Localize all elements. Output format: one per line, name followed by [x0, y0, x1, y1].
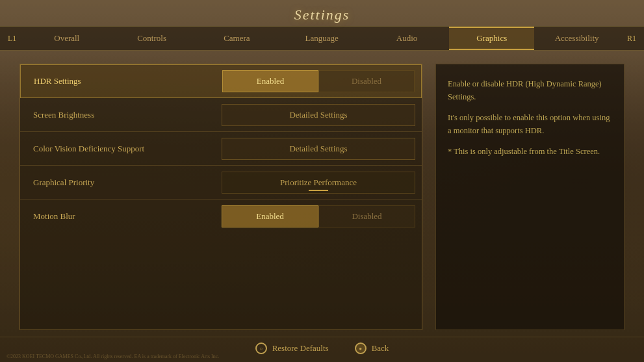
tab-controls[interactable]: Controls	[109, 27, 194, 50]
color-vision-label: Color Vision Deficiency Support	[20, 137, 215, 161]
graphical-priority-control: Prioritize Performance	[215, 166, 422, 199]
brightness-label: Screen Brightness	[20, 103, 215, 127]
motion-blur-disabled-btn[interactable]: Disabled	[318, 205, 415, 227]
color-vision-control: Detailed Settings	[215, 133, 422, 165]
copyright: ©2023 KOEI TECMO GAMES Co.,Ltd. All righ…	[6, 354, 219, 359]
motion-blur-enabled-btn[interactable]: Enabled	[222, 205, 318, 227]
setting-row-color-vision: Color Vision Deficiency Support Detailed…	[20, 132, 422, 166]
r1-trigger[interactable]: R1	[619, 27, 644, 50]
info-text-3: * This is only adjustable from the Title…	[448, 145, 612, 158]
r1-label: R1	[627, 34, 636, 44]
hdr-enabled-btn[interactable]: Enabled	[222, 70, 318, 92]
setting-row-graphical-priority: Graphical Priority Prioritize Performanc…	[20, 166, 422, 200]
info-text-1: Enable or disable HDR (High Dynamic Rang…	[448, 77, 612, 103]
main-container: Settings L1 Overall Controls Camera Lang…	[0, 0, 644, 362]
restore-defaults-label: Restore Defaults	[272, 343, 329, 354]
hdr-label: HDR Settings	[21, 70, 216, 93]
content-area: HDR Settings Enabled Disabled Screen Bri…	[0, 51, 644, 337]
graphical-priority-label: Graphical Priority	[20, 171, 215, 194]
l1-label: L1	[8, 34, 16, 44]
settings-panel: HDR Settings Enabled Disabled Screen Bri…	[19, 64, 422, 330]
hdr-toggle-group: Enabled Disabled	[222, 70, 415, 92]
info-panel: Enable or disable HDR (High Dynamic Rang…	[435, 64, 625, 330]
motion-blur-toggle-group: Enabled Disabled	[222, 205, 415, 227]
page-title: Settings	[294, 6, 350, 23]
title-bar: Settings	[0, 0, 644, 26]
back-label: Back	[372, 343, 389, 354]
back-icon: ●	[355, 343, 367, 354]
brightness-detail-btn[interactable]: Detailed Settings	[222, 104, 415, 126]
tab-camera[interactable]: Camera	[194, 27, 279, 50]
tab-overall[interactable]: Overall	[24, 27, 109, 50]
l1-trigger[interactable]: L1	[0, 27, 24, 50]
tab-accessibility[interactable]: Accessibility	[534, 27, 619, 50]
tab-audio[interactable]: Audio	[365, 27, 450, 50]
motion-blur-control: Enabled Disabled	[215, 200, 422, 233]
tab-bar: L1 Overall Controls Camera Language Audi…	[0, 26, 644, 51]
setting-row-motion-blur: Motion Blur Enabled Disabled	[20, 200, 422, 233]
info-text-2: It's only possible to enable this option…	[448, 111, 612, 137]
motion-blur-label: Motion Blur	[20, 205, 215, 228]
hdr-control: Enabled Disabled	[216, 65, 421, 97]
setting-row-hdr: HDR Settings Enabled Disabled	[20, 64, 422, 98]
restore-defaults-icon: ○	[255, 343, 267, 354]
graphical-priority-value[interactable]: Prioritize Performance	[222, 172, 415, 194]
restore-defaults-action[interactable]: ○ Restore Defaults	[255, 343, 329, 354]
setting-row-brightness: Screen Brightness Detailed Settings	[20, 98, 422, 132]
color-vision-detail-btn[interactable]: Detailed Settings	[222, 138, 415, 160]
brightness-control: Detailed Settings	[215, 99, 422, 131]
tab-graphics[interactable]: Graphics	[449, 27, 534, 50]
back-action[interactable]: ● Back	[355, 343, 389, 354]
hdr-disabled-btn[interactable]: Disabled	[318, 70, 415, 92]
tab-language[interactable]: Language	[279, 27, 365, 50]
